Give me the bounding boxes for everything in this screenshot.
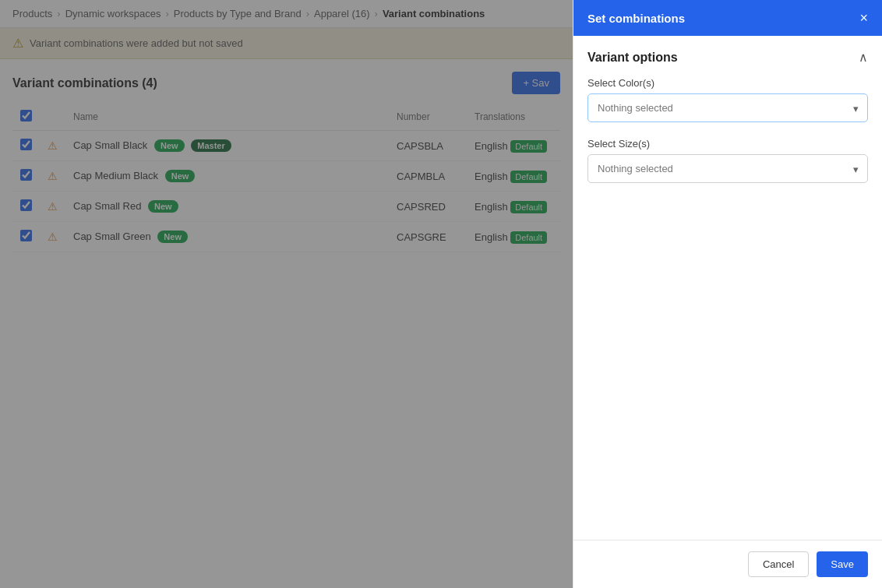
section-header: Variant options ∧ <box>587 50 868 65</box>
color-label: Select Color(s) <box>587 77 868 89</box>
section-title: Variant options <box>587 51 678 65</box>
panel-close-button[interactable]: × <box>859 11 868 25</box>
panel-body: Variant options ∧ Select Color(s) Nothin… <box>573 36 882 540</box>
side-panel: Set combinations × Variant options ∧ Sel… <box>573 0 882 588</box>
panel-title: Set combinations <box>587 12 685 25</box>
size-label: Select Size(s) <box>587 138 868 150</box>
size-select[interactable]: Nothing selected <box>587 154 868 183</box>
color-select[interactable]: Nothing selected <box>587 93 868 122</box>
panel-save-button[interactable]: Save <box>817 551 868 577</box>
color-select-wrapper: Nothing selected ▾ <box>587 93 868 122</box>
panel-footer: Cancel Save <box>573 540 882 588</box>
panel-overlay <box>0 0 573 588</box>
main-content: Products › Dynamic workspaces › Products… <box>0 0 573 588</box>
panel-header: Set combinations × <box>573 0 882 36</box>
size-select-wrapper: Nothing selected ▾ <box>587 154 868 183</box>
chevron-up-icon: ∧ <box>859 50 868 65</box>
cancel-button[interactable]: Cancel <box>748 551 809 577</box>
